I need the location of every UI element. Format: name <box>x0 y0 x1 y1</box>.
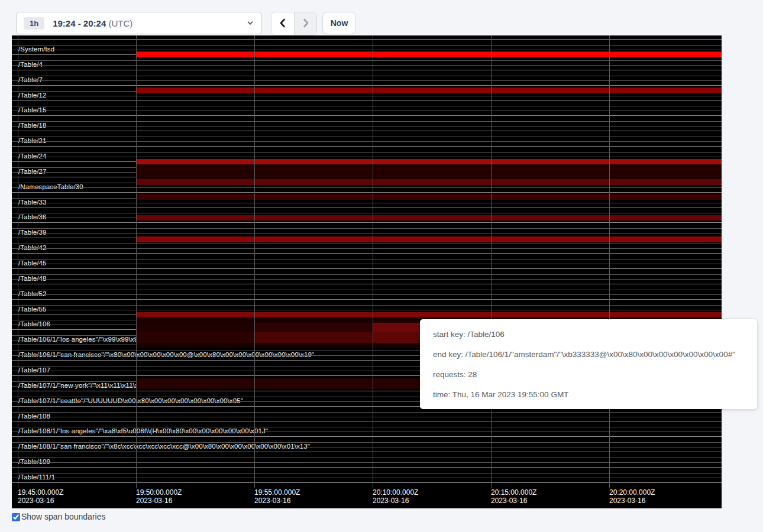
span-boundary-line <box>12 121 722 122</box>
row-label: /NamespaceTable/30 <box>18 183 83 190</box>
heatmap-cell[interactable] <box>136 179 722 185</box>
now-button[interactable]: Now <box>322 12 356 34</box>
span-boundary-line <box>12 100 722 100</box>
heatmap-cell[interactable] <box>136 87 722 93</box>
span-boundary-line <box>12 141 722 142</box>
span-boundary-line <box>12 482 722 483</box>
time-range-timezone: (UTC) <box>106 18 132 28</box>
heatmap-cell[interactable] <box>136 194 722 200</box>
row-label: /Table/27 <box>18 168 47 175</box>
row-label: /Table/7 <box>18 76 43 83</box>
row-label: /Table/12 <box>18 92 47 99</box>
span-boundary-line <box>12 85 722 86</box>
span-boundary-line <box>12 473 722 473</box>
chevron-left-icon <box>278 18 287 30</box>
span-boundary-line <box>12 478 722 478</box>
span-boundary-line <box>12 70 722 70</box>
span-boundary-line <box>12 39 722 40</box>
span-boundary-line <box>12 45 722 46</box>
span-boundary-line <box>12 436 722 437</box>
span-boundary-line <box>12 65 722 66</box>
row-label: /Table/24 <box>18 153 47 160</box>
span-boundary-line <box>12 253 722 254</box>
time-gridline <box>18 35 18 488</box>
row-label: /Table/107 <box>18 366 50 374</box>
heatmap-cell[interactable] <box>254 323 373 332</box>
span-boundary-line <box>12 126 722 126</box>
heatmap-cell[interactable] <box>136 159 722 164</box>
x-axis-label: 19:45:00.000Z2023-03-16 <box>18 488 63 505</box>
heatmap-cell[interactable] <box>136 215 722 220</box>
span-boundary-line <box>12 447 722 447</box>
row-label: /Table/15 <box>18 106 47 113</box>
row-label: /Table/42 <box>18 244 47 251</box>
x-axis-label: 20:15:00.000Z2023-03-16 <box>491 488 536 505</box>
next-time-button[interactable] <box>294 12 316 35</box>
x-axis-label: 19:50:00.000Z2023-03-16 <box>136 488 182 505</box>
heatmap-cell[interactable] <box>136 332 254 343</box>
row-label: /Table/111/1 <box>18 473 55 481</box>
span-boundary-line <box>12 417 722 417</box>
span-boundary-line <box>12 80 722 81</box>
row-label: /Table/55 <box>18 306 47 313</box>
heatmap-cell[interactable] <box>136 323 254 332</box>
span-boundary-line <box>12 137 722 137</box>
span-boundary-line <box>12 96 722 96</box>
row-label: /Table/109 <box>18 458 50 465</box>
span-boundary-line <box>12 259 722 259</box>
span-boundary-line <box>12 152 722 153</box>
span-boundary-line <box>12 284 722 284</box>
span-boundary-line <box>12 458 722 458</box>
row-label: /Table/52 <box>18 290 47 297</box>
span-boundary-line <box>12 146 722 147</box>
span-boundary-line <box>12 203 722 203</box>
keyvis-canvas[interactable]: /System/tsd/Table/4/Table/7/Table/12/Tab… <box>12 35 722 508</box>
row-label: /Table/45 <box>18 259 47 267</box>
span-boundary-line <box>12 442 722 443</box>
time-gridline <box>373 35 373 488</box>
span-boundary-line <box>12 192 722 193</box>
key-visualizer-page: 1h 19:24 - 20:24 (UTC) Now /System/tsd/T… <box>0 0 763 532</box>
tooltip-line: start key: /Table/106 <box>433 325 744 345</box>
span-boundary-line <box>12 60 722 61</box>
heatmap-cell[interactable] <box>136 164 722 179</box>
time-range-select[interactable]: 1h 19:24 - 20:24 (UTC) <box>16 12 262 34</box>
time-gridline <box>491 35 492 488</box>
x-axis-label: 19:55:00.000Z2023-03-16 <box>254 488 300 505</box>
row-label: /Table/108 <box>18 413 50 420</box>
span-boundary-line <box>12 233 722 233</box>
time-gridline <box>136 35 137 488</box>
span-boundary-line <box>12 244 722 244</box>
row-label: /Table/48 <box>18 275 47 282</box>
show-span-boundaries-label[interactable]: Show span boundaries <box>21 512 105 521</box>
time-gridline <box>609 35 610 488</box>
footer-controls: Show span boundaries <box>12 512 105 521</box>
tooltip-line: end key: /Table/106/1/"amsterdam"/"\xb33… <box>433 345 744 365</box>
row-label: /Table/106/1/"san francisco"/"\x80\x00\x… <box>18 351 314 358</box>
span-boundary-line <box>12 432 722 432</box>
span-boundary-line <box>12 106 722 106</box>
span-boundary-line <box>12 131 722 131</box>
span-boundary-line <box>12 228 722 229</box>
time-nav-button-group <box>271 12 317 35</box>
span-boundary-line <box>12 248 722 249</box>
heatmap-cell[interactable] <box>254 332 373 343</box>
time-range-duration-badge: 1h <box>24 17 44 30</box>
span-boundary-line <box>12 264 722 264</box>
row-label: /System/tsd <box>18 46 54 53</box>
show-span-boundaries-checkbox[interactable] <box>12 513 20 521</box>
span-boundary-line <box>12 157 722 157</box>
tooltip-line: time: Thu, 16 Mar 2023 19:55:00 GMT <box>433 385 744 405</box>
time-gridline <box>254 35 255 488</box>
prev-time-button[interactable] <box>271 12 294 35</box>
chevron-down-icon <box>246 19 254 27</box>
chevron-right-icon <box>301 18 311 30</box>
row-label: /Table/108/1/"los angeles"/"\xa8\xf5\u00… <box>18 427 268 434</box>
heatmap-cell[interactable] <box>136 52 722 57</box>
row-label: /Table/4 <box>18 61 43 68</box>
row-label: /Table/33 <box>18 199 47 206</box>
heatmap-cell[interactable] <box>136 236 722 242</box>
heatmap-cell[interactable] <box>136 312 722 317</box>
span-boundary-line <box>12 294 722 295</box>
span-boundary-line <box>12 222 722 223</box>
